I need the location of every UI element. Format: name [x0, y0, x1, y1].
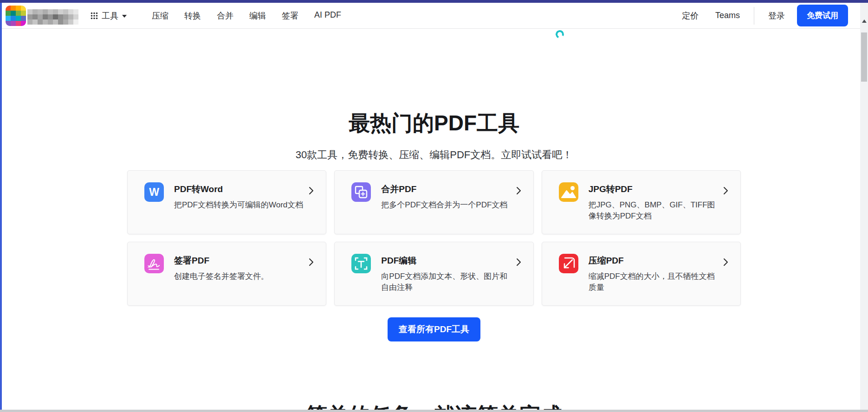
tool-card-description: 把多个PDF文档合并为一个PDF文档 — [381, 200, 515, 211]
word-icon: W — [144, 182, 164, 202]
tool-card[interactable]: 压缩PDF缩减PDF文档的大小，且不牺牲文档质量 — [542, 242, 741, 306]
tool-card-description: 把PDF文档转换为可编辑的Word文档 — [174, 200, 308, 211]
tool-card-title: JPG转PDF — [589, 183, 723, 195]
chevron-right-icon — [309, 187, 314, 197]
main-content: 最热门的PDF工具 30款工具，免费转换、压缩、编辑PDF文档。立即试试看吧！ … — [0, 0, 868, 412]
page-title: 最热门的PDF工具 — [0, 110, 868, 136]
brand-wordmark-pixelated — [27, 9, 78, 25]
tools-menu[interactable]: 工具 — [91, 10, 127, 21]
window-top-border — [0, 0, 868, 3]
login-link[interactable]: 登录 — [768, 10, 785, 21]
tool-card-description: 创建电子签名并签署文件。 — [174, 271, 308, 282]
image-icon — [559, 182, 578, 202]
chevron-right-icon — [309, 258, 314, 268]
tool-card-description: 缩减PDF文档的大小，且不牺牲文档质量 — [589, 271, 722, 293]
tool-card[interactable]: PDF编辑向PDF文档添加文本、形状、图片和自由注释 — [334, 242, 533, 306]
signature-icon — [144, 254, 164, 273]
window-bottom-edge — [0, 410, 868, 412]
tool-card-title: PDF转Word — [174, 183, 309, 195]
merge-icon — [351, 182, 371, 202]
tools-menu-label: 工具 — [102, 10, 118, 21]
top-navbar: 工具 压缩转换合并编辑签署AI PDF 定价 Teams 登录 免费试用 — [2, 3, 860, 29]
tool-card[interactable]: WPDF转Word把PDF文档转换为可编辑的Word文档 — [127, 170, 326, 234]
nav-teams-link[interactable]: Teams — [715, 11, 740, 20]
free-trial-button[interactable]: 免费试用 — [797, 5, 848, 26]
brand-logo[interactable] — [6, 6, 78, 26]
nav-divider — [754, 7, 754, 25]
navbar-right: 定价 Teams 登录 免费试用 — [682, 5, 848, 26]
nav-link[interactable]: 签署 — [282, 10, 298, 21]
window-left-border — [0, 3, 2, 410]
grid-icon — [91, 12, 98, 19]
chevron-right-icon — [516, 258, 521, 268]
page-subtitle: 30款工具，免费转换、压缩、编辑PDF文档。立即试试看吧！ — [0, 148, 868, 162]
tool-card-description: 向PDF文档添加文本、形状、图片和自由注释 — [381, 271, 515, 293]
nav-link[interactable]: 转换 — [184, 10, 201, 21]
nav-link[interactable]: 压缩 — [152, 10, 168, 21]
tool-card-title: 压缩PDF — [589, 255, 723, 267]
nav-link[interactable]: AI PDF — [314, 10, 341, 21]
chevron-right-icon — [723, 258, 728, 268]
svg-text:W: W — [149, 186, 159, 198]
compress-icon — [559, 254, 578, 273]
tools-grid: WPDF转Word把PDF文档转换为可编辑的Word文档合并PDF把多个PDF文… — [127, 170, 741, 306]
chevron-right-icon — [723, 187, 728, 197]
nav-link[interactable]: 编辑 — [249, 10, 266, 21]
vertical-scrollbar[interactable] — [860, 3, 868, 410]
tool-card[interactable]: JPG转PDF把JPG、PNG、BMP、GIF、TIFF图像转换为PDF文档 — [542, 170, 741, 234]
tool-card-title: 签署PDF — [174, 255, 309, 267]
tool-card-title: PDF编辑 — [381, 255, 516, 267]
chevron-right-icon — [516, 187, 521, 197]
tool-card[interactable]: 合并PDF把多个PDF文档合并为一个PDF文档 — [334, 170, 533, 234]
edit-text-icon — [351, 254, 371, 273]
view-all-pdf-tools-button[interactable]: 查看所有PDF工具 — [388, 317, 480, 341]
nav-pricing-link[interactable]: 定价 — [682, 10, 699, 21]
nav-link[interactable]: 合并 — [217, 10, 233, 21]
tool-card-title: 合并PDF — [381, 183, 516, 195]
scrollbar-thumb[interactable] — [861, 32, 867, 82]
scroll-up-icon[interactable] — [862, 19, 867, 23]
tool-card[interactable]: 签署PDF创建电子签名并签署文件。 — [127, 242, 326, 306]
tool-card-description: 把JPG、PNG、BMP、GIF、TIFF图像转换为PDF文档 — [589, 200, 722, 222]
chevron-down-icon — [122, 15, 127, 18]
brand-logo-icon — [6, 6, 26, 26]
nav-links: 压缩转换合并编辑签署AI PDF — [152, 10, 341, 21]
